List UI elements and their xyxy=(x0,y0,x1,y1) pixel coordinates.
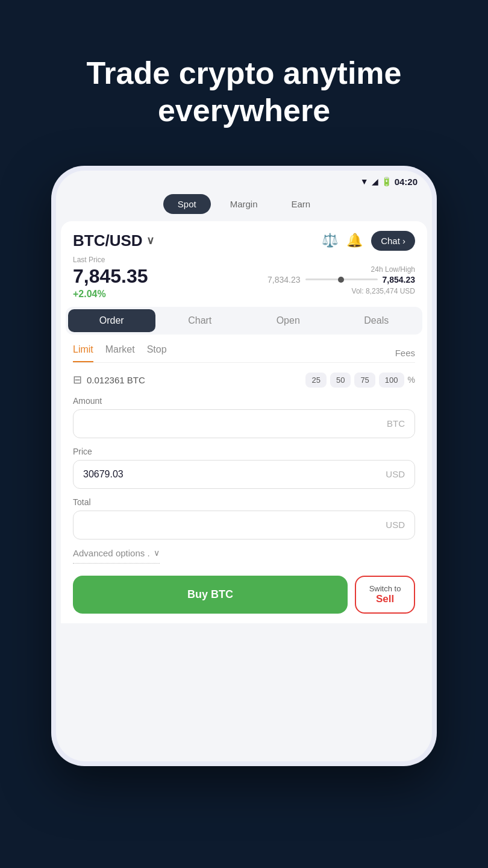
amount-label: Amount xyxy=(73,396,415,406)
price-value: 30679.03 xyxy=(83,469,124,480)
bell-icon[interactable]: 🔔 xyxy=(346,233,363,248)
top-tabs: Spot Margin Earn xyxy=(56,189,432,221)
lowhigh-label: 24h Low/High xyxy=(267,265,415,274)
last-price-label: Last Price xyxy=(73,256,415,264)
sell-label: Sell xyxy=(376,593,394,605)
pct-25-button[interactable]: 25 xyxy=(305,373,326,388)
chat-button[interactable]: Chat › xyxy=(371,231,415,251)
nav-tabs: Order Chart Open Deals xyxy=(66,307,422,335)
tab-deals[interactable]: Deals xyxy=(333,309,421,332)
status-icons: ▼ ◢ 🔋 04:20 xyxy=(360,177,418,187)
switch-sell-button[interactable]: Switch to Sell xyxy=(355,576,415,614)
amount-input[interactable]: - BTC xyxy=(73,409,415,438)
balance-icon: ⊟ xyxy=(73,373,82,386)
price-unit: USD xyxy=(386,469,405,479)
balance-value: 0.012361 BTC xyxy=(87,375,145,385)
status-time: 04:20 xyxy=(395,177,418,187)
tab-earn[interactable]: Earn xyxy=(277,194,325,214)
signal-icon: ◢ xyxy=(372,177,378,186)
range-values: 7,834.23 7,854.23 xyxy=(267,275,415,285)
pct-100-button[interactable]: 100 xyxy=(379,373,404,388)
pct-50-button[interactable]: 50 xyxy=(330,373,351,388)
order-type-market[interactable]: Market xyxy=(105,344,135,362)
pct-buttons: 25 50 75 100 % xyxy=(305,373,415,388)
tab-open[interactable]: Open xyxy=(245,309,332,332)
range-slider-dot xyxy=(338,277,344,283)
advanced-label: Advanced options . xyxy=(73,548,150,558)
order-type-row: Limit Market Stop Fees xyxy=(73,344,415,363)
tab-margin[interactable]: Margin xyxy=(216,194,272,214)
volume-text: Vol: 8,235,474 USD xyxy=(267,287,415,295)
tab-order[interactable]: Order xyxy=(68,309,155,332)
status-bar: ▼ ◢ 🔋 04:20 xyxy=(56,171,432,189)
switch-label: Switch to xyxy=(369,584,401,593)
total-label: Total xyxy=(73,497,415,507)
phone-screen: ▼ ◢ 🔋 04:20 Spot Margin Earn BTC/USD ∨ ⚖… xyxy=(56,171,432,761)
total-unit: USD xyxy=(386,520,405,530)
order-type-stop[interactable]: Stop xyxy=(147,344,167,362)
scale-icon[interactable]: ⚖️ xyxy=(322,233,338,248)
chevron-down-icon: ∨ xyxy=(154,548,160,558)
pair-dropdown-icon[interactable]: ∨ xyxy=(146,234,154,247)
trading-header: BTC/USD ∨ ⚖️ 🔔 Chat › xyxy=(61,221,427,251)
pct-75-button[interactable]: 75 xyxy=(354,373,375,388)
pct-symbol: % xyxy=(408,375,415,385)
range-low: 7,834.23 xyxy=(267,275,301,285)
buy-button[interactable]: Buy BTC xyxy=(73,576,348,614)
balance-display: ⊟ 0.012361 BTC xyxy=(73,373,145,386)
price-change: +2.04% xyxy=(73,289,148,300)
total-value: - xyxy=(83,520,86,530)
hero-title: Trade crypto anytime everywhere xyxy=(57,54,431,130)
fees-link[interactable]: Fees xyxy=(395,348,415,358)
price-section: Last Price 7,845.35 +2.04% 24h Low/High … xyxy=(61,251,427,307)
price-input[interactable]: 30679.03 USD xyxy=(73,460,415,489)
order-types: Limit Market Stop xyxy=(73,344,167,362)
amount-unit: BTC xyxy=(387,418,405,429)
balance-row: ⊟ 0.012361 BTC 25 50 75 100 % xyxy=(73,373,415,388)
total-input[interactable]: - USD xyxy=(73,511,415,539)
amount-value: - xyxy=(83,418,86,429)
battery-icon: 🔋 xyxy=(381,177,392,186)
wifi-icon: ▼ xyxy=(360,177,369,186)
price-label: Price xyxy=(73,447,415,456)
range-high: 7,854.23 xyxy=(383,275,416,285)
phone-mockup: ▼ ◢ 🔋 04:20 Spot Margin Earn BTC/USD ∨ ⚖… xyxy=(51,166,437,766)
advanced-options[interactable]: Advanced options . ∨ xyxy=(73,548,160,564)
action-buttons: Buy BTC Switch to Sell xyxy=(73,576,415,614)
order-form: Limit Market Stop Fees ⊟ 0.012361 BTC 25… xyxy=(61,335,427,623)
main-content: BTC/USD ∨ ⚖️ 🔔 Chat › Last Price 7,845.3… xyxy=(61,221,427,623)
trading-pair[interactable]: BTC/USD ∨ xyxy=(73,231,154,250)
header-icons: ⚖️ 🔔 Chat › xyxy=(322,231,415,251)
pair-label: BTC/USD xyxy=(73,231,143,250)
last-price: 7,845.35 xyxy=(73,265,148,288)
order-type-limit[interactable]: Limit xyxy=(73,344,93,362)
price-range: 24h Low/High 7,834.23 7,854.23 Vol: 8,23… xyxy=(267,265,415,295)
tab-spot[interactable]: Spot xyxy=(163,194,211,214)
tab-chart[interactable]: Chart xyxy=(157,309,244,332)
range-slider xyxy=(305,278,378,280)
